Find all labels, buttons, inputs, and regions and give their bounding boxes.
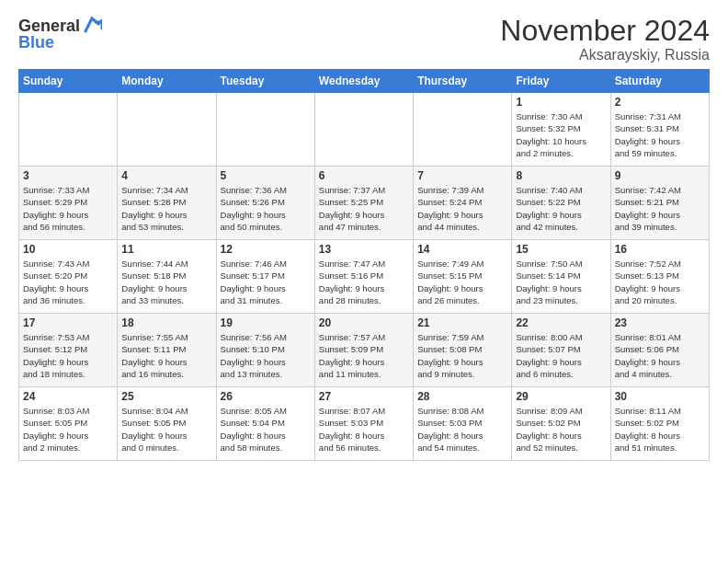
day-number: 5 xyxy=(221,169,311,182)
day-number: 20 xyxy=(319,316,409,329)
day-number: 25 xyxy=(121,390,211,403)
table-row: 25Sunrise: 8:04 AMSunset: 5:05 PMDayligh… xyxy=(118,387,216,461)
day-number: 28 xyxy=(417,390,507,403)
table-row: 15Sunrise: 7:50 AMSunset: 5:14 PMDayligh… xyxy=(512,240,610,314)
calendar-week-1: 3Sunrise: 7:33 AMSunset: 5:29 PMDaylight… xyxy=(19,167,710,240)
table-row xyxy=(118,93,216,167)
day-info: Sunrise: 7:34 AMSunset: 5:28 PMDaylight:… xyxy=(121,184,211,233)
day-number: 1 xyxy=(516,96,606,109)
day-number: 4 xyxy=(121,169,211,182)
day-info: Sunrise: 7:44 AMSunset: 5:18 PMDaylight:… xyxy=(121,258,211,306)
table-row: 23Sunrise: 8:01 AMSunset: 5:06 PMDayligh… xyxy=(610,314,709,387)
day-info: Sunrise: 7:52 AMSunset: 5:13 PMDaylight:… xyxy=(615,258,705,306)
header-row: Sunday Monday Tuesday Wednesday Thursday… xyxy=(19,70,710,93)
table-row xyxy=(414,93,512,167)
location: Aksarayskiy, Russia xyxy=(500,47,710,63)
page: General Blue November 2024 Aksarayskiy, … xyxy=(0,0,728,470)
day-number: 26 xyxy=(221,390,311,403)
col-wednesday: Wednesday xyxy=(314,70,413,93)
day-info: Sunrise: 7:53 AMSunset: 5:12 PMDaylight:… xyxy=(23,331,113,380)
day-info: Sunrise: 8:08 AMSunset: 5:03 PMDaylight:… xyxy=(417,405,507,454)
calendar-week-3: 17Sunrise: 7:53 AMSunset: 5:12 PMDayligh… xyxy=(19,314,710,387)
day-number: 22 xyxy=(516,316,606,329)
day-info: Sunrise: 7:56 AMSunset: 5:10 PMDaylight:… xyxy=(221,331,311,380)
day-info: Sunrise: 7:47 AMSunset: 5:16 PMDaylight:… xyxy=(319,258,409,306)
table-row xyxy=(19,93,118,167)
day-info: Sunrise: 7:40 AMSunset: 5:22 PMDaylight:… xyxy=(516,184,606,233)
day-info: Sunrise: 8:03 AMSunset: 5:05 PMDaylight:… xyxy=(23,405,113,454)
day-number: 21 xyxy=(417,316,507,329)
table-row: 17Sunrise: 7:53 AMSunset: 5:12 PMDayligh… xyxy=(19,314,118,387)
table-row: 30Sunrise: 8:11 AMSunset: 5:02 PMDayligh… xyxy=(610,387,709,461)
day-number: 15 xyxy=(516,243,606,256)
table-row: 14Sunrise: 7:49 AMSunset: 5:15 PMDayligh… xyxy=(414,240,512,314)
table-row: 21Sunrise: 7:59 AMSunset: 5:08 PMDayligh… xyxy=(414,314,512,387)
table-row: 13Sunrise: 7:47 AMSunset: 5:16 PMDayligh… xyxy=(314,240,413,314)
calendar-table: Sunday Monday Tuesday Wednesday Thursday… xyxy=(18,69,710,461)
day-number: 9 xyxy=(615,169,705,182)
table-row: 26Sunrise: 8:05 AMSunset: 5:04 PMDayligh… xyxy=(216,387,314,461)
table-row: 19Sunrise: 7:56 AMSunset: 5:10 PMDayligh… xyxy=(216,314,314,387)
table-row: 27Sunrise: 8:07 AMSunset: 5:03 PMDayligh… xyxy=(314,387,413,461)
col-monday: Monday xyxy=(118,70,216,93)
col-thursday: Thursday xyxy=(414,70,512,93)
table-row: 11Sunrise: 7:44 AMSunset: 5:18 PMDayligh… xyxy=(118,240,216,314)
logo-icon xyxy=(82,15,102,35)
day-info: Sunrise: 7:49 AMSunset: 5:15 PMDaylight:… xyxy=(417,258,507,306)
day-info: Sunrise: 7:59 AMSunset: 5:08 PMDaylight:… xyxy=(417,331,507,380)
day-info: Sunrise: 7:43 AMSunset: 5:20 PMDaylight:… xyxy=(23,258,113,306)
day-number: 7 xyxy=(417,169,507,182)
day-info: Sunrise: 7:57 AMSunset: 5:09 PMDaylight:… xyxy=(319,331,409,380)
table-row: 8Sunrise: 7:40 AMSunset: 5:22 PMDaylight… xyxy=(512,167,610,240)
day-info: Sunrise: 7:37 AMSunset: 5:25 PMDaylight:… xyxy=(319,184,409,233)
day-number: 13 xyxy=(319,243,409,256)
day-number: 27 xyxy=(319,390,409,403)
day-info: Sunrise: 7:42 AMSunset: 5:21 PMDaylight:… xyxy=(615,184,705,233)
table-row: 7Sunrise: 7:39 AMSunset: 5:24 PMDaylight… xyxy=(414,167,512,240)
day-number: 16 xyxy=(615,243,705,256)
logo: General Blue xyxy=(18,15,102,52)
day-number: 14 xyxy=(417,243,507,256)
table-row: 10Sunrise: 7:43 AMSunset: 5:20 PMDayligh… xyxy=(19,240,118,314)
day-number: 18 xyxy=(121,316,211,329)
table-row: 9Sunrise: 7:42 AMSunset: 5:21 PMDaylight… xyxy=(610,167,709,240)
table-row: 20Sunrise: 7:57 AMSunset: 5:09 PMDayligh… xyxy=(314,314,413,387)
day-info: Sunrise: 7:36 AMSunset: 5:26 PMDaylight:… xyxy=(221,184,311,233)
day-number: 11 xyxy=(121,243,211,256)
col-tuesday: Tuesday xyxy=(216,70,314,93)
col-sunday: Sunday xyxy=(19,70,118,93)
table-row: 5Sunrise: 7:36 AMSunset: 5:26 PMDaylight… xyxy=(216,167,314,240)
col-saturday: Saturday xyxy=(610,70,709,93)
table-row: 16Sunrise: 7:52 AMSunset: 5:13 PMDayligh… xyxy=(610,240,709,314)
day-number: 30 xyxy=(615,390,705,403)
day-info: Sunrise: 8:05 AMSunset: 5:04 PMDaylight:… xyxy=(221,405,311,454)
table-row: 1Sunrise: 7:30 AMSunset: 5:32 PMDaylight… xyxy=(512,93,610,167)
day-number: 23 xyxy=(615,316,705,329)
day-number: 8 xyxy=(516,169,606,182)
day-info: Sunrise: 7:30 AMSunset: 5:32 PMDaylight:… xyxy=(516,110,606,159)
day-number: 19 xyxy=(221,316,311,329)
day-info: Sunrise: 8:04 AMSunset: 5:05 PMDaylight:… xyxy=(121,405,211,454)
day-info: Sunrise: 7:46 AMSunset: 5:17 PMDaylight:… xyxy=(221,258,311,306)
table-row: 3Sunrise: 7:33 AMSunset: 5:29 PMDaylight… xyxy=(19,167,118,240)
day-info: Sunrise: 8:01 AMSunset: 5:06 PMDaylight:… xyxy=(615,331,705,380)
table-row: 6Sunrise: 7:37 AMSunset: 5:25 PMDaylight… xyxy=(314,167,413,240)
month-title: November 2024 xyxy=(500,15,710,47)
table-row: 12Sunrise: 7:46 AMSunset: 5:17 PMDayligh… xyxy=(216,240,314,314)
day-info: Sunrise: 8:11 AMSunset: 5:02 PMDaylight:… xyxy=(615,405,705,454)
header: General Blue November 2024 Aksarayskiy, … xyxy=(18,15,710,63)
day-number: 6 xyxy=(319,169,409,182)
calendar-week-2: 10Sunrise: 7:43 AMSunset: 5:20 PMDayligh… xyxy=(19,240,710,314)
table-row: 4Sunrise: 7:34 AMSunset: 5:28 PMDaylight… xyxy=(118,167,216,240)
day-info: Sunrise: 7:55 AMSunset: 5:11 PMDaylight:… xyxy=(121,331,211,380)
title-block: November 2024 Aksarayskiy, Russia xyxy=(500,15,710,63)
table-row xyxy=(314,93,413,167)
day-info: Sunrise: 7:39 AMSunset: 5:24 PMDaylight:… xyxy=(417,184,507,233)
day-number: 2 xyxy=(615,96,705,109)
day-info: Sunrise: 8:00 AMSunset: 5:07 PMDaylight:… xyxy=(516,331,606,380)
day-number: 24 xyxy=(23,390,113,403)
day-info: Sunrise: 7:50 AMSunset: 5:14 PMDaylight:… xyxy=(516,258,606,306)
calendar-week-0: 1Sunrise: 7:30 AMSunset: 5:32 PMDaylight… xyxy=(19,93,710,167)
table-row: 24Sunrise: 8:03 AMSunset: 5:05 PMDayligh… xyxy=(19,387,118,461)
day-number: 29 xyxy=(516,390,606,403)
